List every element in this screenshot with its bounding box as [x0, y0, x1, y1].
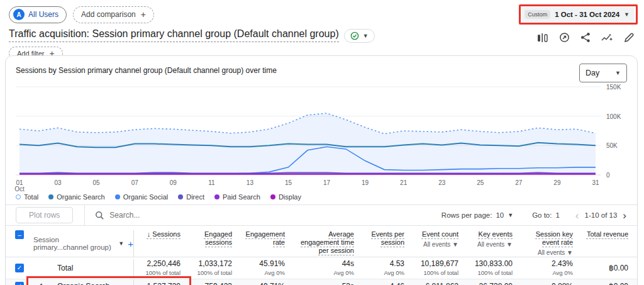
total-cell: 10,189,677100% of total — [413, 259, 467, 276]
table-row[interactable]: ✓1Organic Search1,527,730759,42349.71%53… — [6, 279, 637, 285]
column-header[interactable]: Event countAll events ▼ — [413, 230, 467, 249]
total-cell-value: 45.91% — [241, 259, 285, 268]
column-header[interactable]: Total revenue — [582, 230, 637, 238]
column-header[interactable]: Events per session — [363, 230, 413, 247]
column-header-label[interactable]: Event count — [422, 230, 458, 238]
column-header-label[interactable]: Engagement rate — [246, 230, 285, 246]
total-row-checkbox[interactable]: ✓ — [15, 264, 24, 272]
row-checkbox[interactable]: ✓ — [15, 282, 24, 285]
chart-section: Sessions by Session primary channel grou… — [6, 56, 637, 204]
chevron-down-icon: ▼ — [615, 70, 621, 76]
row-index: 1 — [33, 282, 50, 285]
x-axis-tick: 05 — [93, 180, 100, 186]
next-page-icon[interactable]: › — [621, 210, 628, 221]
rows-per-page-value[interactable]: 10 — [496, 211, 504, 219]
column-header-label[interactable]: ↓ Sessions — [147, 230, 180, 238]
chevron-down-icon: ▼ — [118, 240, 124, 247]
line-chart-plot[interactable] — [16, 84, 601, 178]
column-filter[interactable]: All events ▼ — [413, 240, 458, 249]
column-header[interactable]: Engaged sessions — [189, 230, 241, 247]
legend-marker-icon — [115, 194, 120, 199]
total-cell-value: 130,833.00 — [467, 259, 513, 268]
column-header[interactable]: ↓ Sessions — [134, 230, 189, 238]
legend-item[interactable]: Organic Search — [48, 193, 104, 201]
total-cell: 44sAvg 0% — [294, 259, 363, 276]
legend-item[interactable]: Display — [270, 193, 301, 201]
column-header-label[interactable]: Total revenue — [587, 230, 628, 238]
column-filter[interactable]: All events ▼ — [521, 249, 573, 257]
x-axis-labels: 01Oct030507091113151719212325272931 — [16, 178, 601, 191]
add-comparison-button[interactable]: Add comparison + — [73, 6, 154, 23]
sparkline-insights-icon[interactable] — [601, 33, 613, 43]
total-cell-value: 2,250,446 — [134, 259, 180, 268]
column-header[interactable]: Key eventsAll events ▼ — [467, 230, 521, 249]
select-all-checkbox[interactable]: – — [15, 230, 24, 239]
data-quality-chip[interactable]: ▼ — [344, 29, 375, 43]
total-cell-subvalue: 100% of total — [467, 269, 513, 276]
legend-item[interactable]: Direct — [178, 193, 204, 201]
search-icon — [95, 211, 104, 220]
y-axis-tick: 100K — [606, 113, 621, 120]
row-checkbox-cell: ✓ — [6, 282, 33, 285]
x-axis-tick: 11 — [208, 180, 214, 186]
column-header-label[interactable]: Session key event rate — [536, 230, 573, 246]
column-header-label[interactable]: Events per session — [371, 230, 404, 246]
x-axis-tick: 01Oct — [14, 180, 25, 193]
row-cell-value: 1,527,730 — [134, 282, 189, 285]
comparison-columns-icon[interactable] — [537, 33, 548, 43]
add-comparison-label: Add comparison — [81, 10, 136, 19]
column-header-label[interactable]: Average engagement time per session — [301, 230, 354, 254]
row-dimension-value[interactable]: Organic Search — [50, 279, 134, 285]
legend-marker-icon — [178, 194, 183, 199]
total-cell-subvalue: 100% of total — [134, 269, 180, 276]
x-axis-tick: 19 — [362, 180, 369, 186]
total-cell-value: ฿0.00 — [582, 264, 628, 272]
edit-pencil-icon[interactable] — [624, 33, 634, 43]
legend-item[interactable]: Paid Search — [214, 193, 260, 201]
total-cell: 1,033,172100% of total — [189, 259, 241, 276]
row-cell-value: 0.88% — [521, 282, 582, 285]
total-cell: 2,250,446100% of total — [134, 259, 189, 276]
rows-per-page-label: Rows per page: — [441, 211, 492, 219]
header-checkbox-cell: – — [6, 230, 33, 239]
date-range-picker[interactable]: Custom 1 Oct - 31 Oct 2024 ▼ — [522, 7, 635, 22]
column-header[interactable]: Engagement rate — [241, 230, 294, 247]
dimension-header-label: Session primary...channel group) — [33, 236, 114, 251]
chart-title: Sessions by Session primary channel grou… — [16, 64, 277, 75]
previous-page-icon[interactable]: ‹ — [574, 210, 581, 221]
legend-marker-icon — [48, 194, 53, 199]
row-cell-value: 6,811,862 — [413, 282, 467, 285]
total-cell-value: 4.53 — [363, 259, 404, 268]
legend-item[interactable]: Organic Social — [115, 193, 169, 201]
column-header[interactable]: Average engagement time per session — [294, 230, 363, 255]
insights-clock-icon[interactable] — [559, 32, 570, 43]
column-filter[interactable]: All events ▼ — [467, 240, 513, 249]
row-cell-value: 759,423 — [189, 282, 241, 285]
column-header-label[interactable]: Key events — [479, 230, 513, 238]
table-search[interactable] — [85, 211, 210, 220]
total-cell-subvalue: 100% of total — [413, 269, 458, 276]
legend-item[interactable]: Total — [16, 193, 38, 201]
x-axis-tick: 21 — [400, 180, 407, 186]
plot-rows-button[interactable]: Plot rows — [16, 207, 73, 223]
legend-label: Organic Search — [57, 193, 104, 201]
search-input[interactable] — [109, 211, 210, 220]
column-header-label[interactable]: Engaged sessions — [204, 230, 232, 246]
interval-select[interactable]: Day ▼ — [579, 64, 627, 82]
table-total-row: ✓ Total 2,250,446100% of total1,033,1721… — [6, 257, 637, 279]
total-cell: 130,833.00100% of total — [467, 259, 521, 276]
add-dimension-icon[interactable]: + — [128, 238, 133, 249]
goto-value[interactable]: 1 — [555, 211, 559, 219]
total-cell-subvalue: Avg 0% — [521, 269, 573, 276]
column-header[interactable]: Session key event rateAll events ▼ — [521, 230, 582, 257]
x-axis-tick: 31 — [592, 180, 599, 186]
x-axis-tick: 29 — [553, 180, 560, 186]
row-cell-value: ฿0.00 — [582, 282, 637, 285]
check-circle-icon — [350, 31, 359, 40]
total-cell-subvalue: Avg 0% — [294, 269, 354, 276]
all-users-segment-chip[interactable]: A All Users — [9, 6, 67, 23]
chevron-down-icon[interactable]: ▼ — [508, 212, 513, 218]
share-icon[interactable] — [580, 32, 591, 43]
dimension-column-header[interactable]: Session primary...channel group) ▼ + — [33, 230, 134, 257]
page-title[interactable]: Traffic acquisition: Session primary cha… — [9, 28, 339, 42]
